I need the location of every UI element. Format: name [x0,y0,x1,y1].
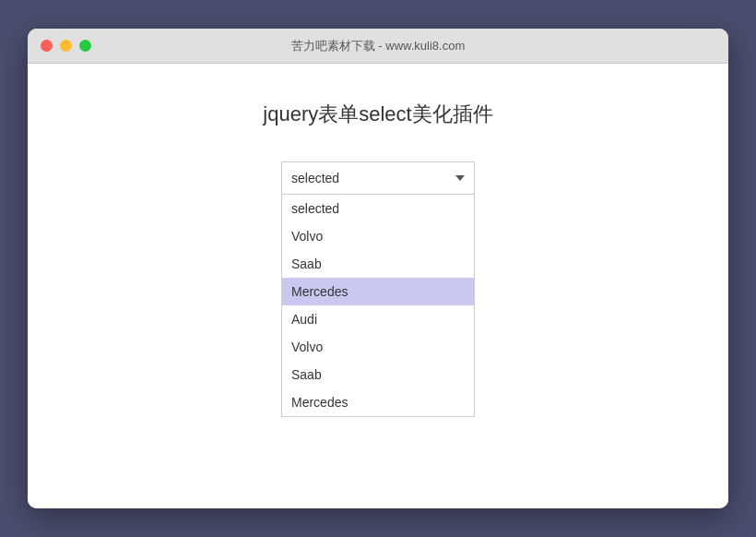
dropdown-inner[interactable]: selectedVolvoSaabMercedesAudiVolvoSaabMe… [282,195,474,416]
list-item[interactable]: Volvo [282,333,474,361]
select-current-value: selected [291,171,339,185]
select-container: selected selectedVolvoSaabMercedesAudiVo… [281,161,475,195]
list-item[interactable]: Saab [282,250,474,278]
list-item[interactable]: Saab [282,361,474,388]
list-item[interactable]: Audi [282,305,474,333]
main-content: jquery表单select美化插件 selected selectedVolv… [28,64,728,508]
dropdown-list: selectedVolvoSaabMercedesAudiVolvoSaabMe… [281,195,475,417]
list-item[interactable]: Mercedes [282,278,474,305]
list-item[interactable]: selected [282,195,474,222]
list-item[interactable]: Mercedes [282,388,474,416]
list-item[interactable]: Volvo [282,222,474,250]
app-window: 苦力吧素材下载 - www.kuli8.com jquery表单select美化… [28,29,728,508]
minimize-button[interactable] [60,40,72,52]
maximize-button[interactable] [79,40,91,52]
select-display[interactable]: selected [281,161,475,195]
traffic-lights [41,40,91,52]
dropdown-arrow-icon [455,175,465,181]
close-button[interactable] [41,40,53,52]
window-title: 苦力吧素材下载 - www.kuli8.com [291,38,466,54]
page-title: jquery表单select美化插件 [263,101,492,128]
titlebar: 苦力吧素材下载 - www.kuli8.com [28,29,728,64]
